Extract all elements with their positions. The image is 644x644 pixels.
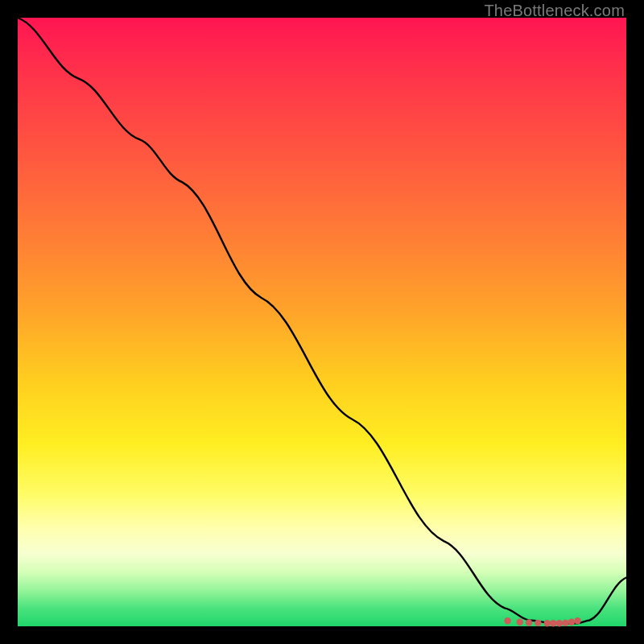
watermark-text: TheBottleneck.com	[484, 2, 625, 20]
marker-dot	[556, 620, 563, 626]
marker-dot	[504, 617, 510, 624]
line-series	[18, 18, 626, 623]
chart-svg	[18, 18, 626, 626]
marker-dot	[517, 619, 523, 625]
chart-frame: TheBottleneck.com	[0, 0, 644, 644]
marker-dot	[550, 620, 556, 626]
marker-dot	[535, 620, 541, 626]
marker-dot	[574, 617, 580, 624]
marker-dot	[568, 619, 575, 625]
marker-dot	[562, 620, 568, 626]
marker-dot	[526, 619, 532, 625]
marker-dot	[544, 620, 551, 626]
